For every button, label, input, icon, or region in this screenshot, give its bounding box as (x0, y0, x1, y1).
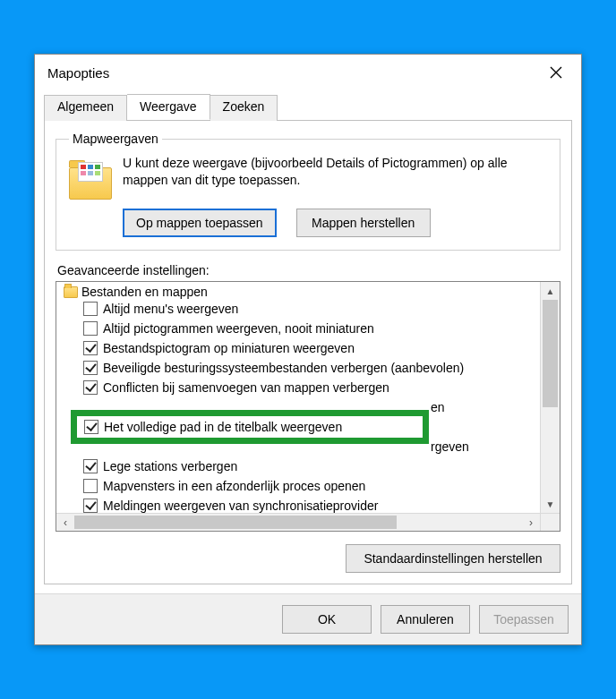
tab-view[interactable]: Weergave (127, 94, 210, 120)
checkbox-icon[interactable] (83, 459, 98, 473)
titlebar: Mapopties (35, 55, 581, 90)
advanced-settings-label: Geavanceerde instellingen: (57, 263, 560, 277)
tab-general[interactable]: Algemeen (44, 95, 127, 121)
option-always-icons[interactable]: Altijd pictogrammen weergeven, nooit min… (58, 319, 538, 338)
scrollbar-thumb[interactable] (74, 516, 397, 529)
close-button[interactable] (536, 57, 576, 88)
checkbox-icon[interactable] (83, 302, 98, 316)
option-hide-empty-drives[interactable]: Lege stations verbergen (58, 456, 538, 476)
option-separate-process[interactable]: Mapvensters in een afzonderlijk proces o… (58, 476, 538, 496)
advanced-settings-list[interactable]: Bestanden en mappen Altijd menu's weerge… (56, 281, 560, 532)
apply-to-folders-button[interactable]: Op mappen toepassen (123, 209, 277, 237)
option-always-show-menus[interactable]: Altijd menu's weergeven (58, 299, 538, 319)
highlight-annotation: Het volledige pad in de titelbalk weerge… (71, 410, 429, 444)
cancel-button[interactable]: Annuleren (381, 605, 470, 634)
apply-button[interactable]: Toepassen (479, 605, 569, 634)
scroll-up-icon[interactable]: ▲ (541, 282, 560, 300)
checkbox-icon[interactable] (83, 479, 98, 493)
scroll-right-icon[interactable]: › (522, 514, 540, 531)
option-full-path-in-titlebar[interactable]: Het volledige pad in de titelbalk weerge… (77, 420, 423, 434)
window-title: Mapopties (47, 65, 536, 81)
checkbox-icon[interactable] (83, 380, 98, 395)
tree-header-files-and-folders[interactable]: Bestanden en mappen (58, 285, 538, 299)
tab-strip: Algemeen Weergave Zoeken (35, 94, 581, 120)
dialog-footer: OK Annuleren Toepassen (35, 593, 581, 644)
checkbox-icon[interactable] (83, 499, 98, 513)
folder-options-dialog: Mapopties Algemeen Weergave Zoeken Mapwe… (34, 54, 582, 645)
folder-views-legend: Mapweergaven (69, 132, 162, 146)
folder-icon (64, 286, 78, 298)
reset-folders-button[interactable]: Mappen herstellen (296, 209, 431, 237)
folder-views-group: Mapweergaven U kunt deze weergave (bijvo… (56, 132, 560, 251)
option-hide-protected-os-files[interactable]: Beveiligde besturingssysteembestanden ve… (58, 358, 538, 378)
option-hide-merge-conflicts[interactable]: Conflicten bij samenvoegen van mappen ve… (58, 378, 538, 397)
close-icon (550, 66, 562, 79)
option-sync-provider-notifications[interactable]: Meldingen weergeven van synchronisatiepr… (58, 496, 538, 513)
checkbox-icon[interactable] (84, 420, 98, 434)
checkbox-icon[interactable] (83, 341, 98, 355)
checkbox-icon[interactable] (83, 361, 98, 375)
folder-views-description: U kunt deze weergave (bijvoorbeeld Detai… (123, 155, 547, 189)
horizontal-scrollbar[interactable]: ‹ › (56, 513, 540, 531)
option-file-icon-on-thumbs[interactable]: Bestandspictogram op miniaturen weergeve… (58, 338, 538, 358)
checkbox-icon[interactable] (83, 321, 98, 336)
folder-views-icon (69, 157, 112, 200)
vertical-scrollbar[interactable]: ▲ ▼ (540, 282, 560, 513)
ok-button[interactable]: OK (282, 605, 372, 634)
scroll-left-icon[interactable]: ‹ (56, 514, 74, 531)
tab-search[interactable]: Zoeken (210, 95, 278, 121)
restore-defaults-button[interactable]: Standaardinstellingen herstellen (346, 544, 560, 573)
tab-content: Mapweergaven U kunt deze weergave (bijvo… (44, 120, 572, 584)
scrollbar-thumb[interactable] (543, 300, 558, 407)
scroll-down-icon[interactable]: ▼ (541, 495, 560, 513)
